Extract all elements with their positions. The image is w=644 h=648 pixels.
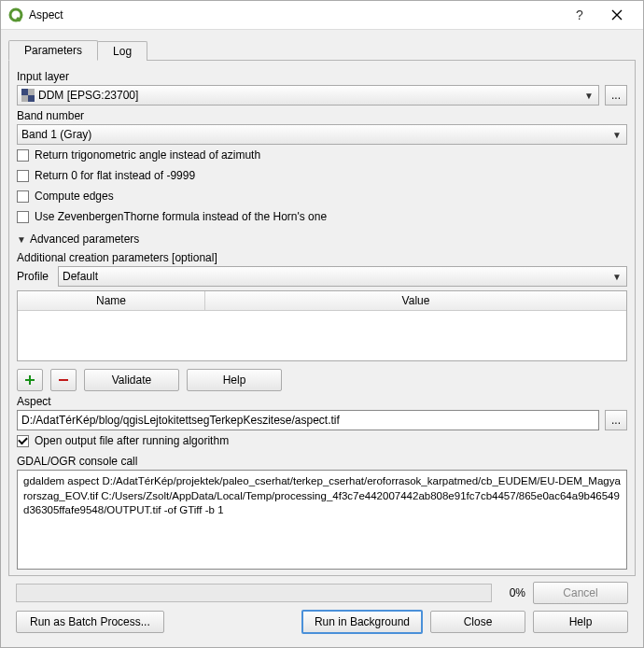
additional-params-label: Additional creation parameters [optional… [17, 251, 627, 264]
zero-label: Return 0 for flat instead of -9999 [35, 169, 195, 182]
chevron-down-icon: ▼ [611, 130, 623, 140]
open-output-label: Open output file after running algorithm [35, 434, 229, 447]
run-background-button[interactable]: Run in Background [301, 610, 423, 634]
input-layer-label: Input layer [17, 70, 627, 83]
advanced-disclosure[interactable]: ▼ Advanced parameters [17, 232, 627, 246]
chevron-down-icon: ▼ [611, 272, 623, 282]
cancel-button: Cancel [533, 582, 628, 604]
chevron-down-icon: ▼ [583, 91, 595, 101]
add-row-button[interactable] [17, 369, 43, 391]
progress-bar [16, 584, 492, 602]
console-output: gdaldem aspect D:/AdatTérKép/projektek/p… [17, 470, 627, 570]
run-batch-button[interactable]: Run as Batch Process... [16, 611, 164, 633]
tab-log[interactable]: Log [97, 41, 147, 61]
svg-rect-3 [21, 89, 28, 95]
advanced-label: Advanced parameters [30, 232, 139, 246]
titlebar: Aspect ? [1, 1, 643, 30]
validate-button[interactable]: Validate [84, 369, 179, 391]
close-button[interactable]: Close [430, 611, 525, 633]
close-titlebar-button[interactable] [598, 2, 636, 28]
parameters-panel: Input layer DDM [EPSG:23700] ▼ ... Band … [8, 60, 636, 576]
raster-layer-icon [21, 89, 35, 102]
table-header-name: Name [18, 291, 205, 310]
edges-label: Compute edges [35, 190, 114, 203]
app-icon [8, 7, 23, 22]
svg-rect-4 [28, 95, 35, 102]
progress-percent: 0% [499, 586, 525, 599]
help-params-button[interactable]: Help [187, 369, 282, 391]
trig-label: Return trigonometric angle instead of az… [35, 148, 260, 162]
aspect-output-field[interactable] [17, 410, 599, 430]
aspect-output-label: Aspect [17, 395, 627, 408]
profile-value: Default [63, 270, 611, 283]
zero-checkbox[interactable]: Return 0 for flat instead of -9999 [17, 169, 627, 182]
band-number-value: Band 1 (Gray) [21, 128, 611, 141]
input-layer-value: DDM [EPSG:23700] [38, 89, 583, 102]
open-output-checkbox[interactable]: Open output file after running algorithm [17, 434, 627, 447]
params-table[interactable]: Name Value [17, 290, 627, 361]
zeven-checkbox[interactable]: Use ZevenbergenThorne formula instead of… [17, 210, 627, 223]
tab-bar: Parameters Log [8, 37, 636, 60]
console-label: GDAL/OGR console call [17, 455, 627, 468]
aspect-browse-button[interactable]: ... [605, 410, 627, 430]
edges-checkbox[interactable]: Compute edges [17, 190, 627, 203]
triangle-down-icon: ▼ [17, 234, 26, 245]
table-header-value: Value [205, 291, 626, 310]
trig-checkbox[interactable]: Return trigonometric angle instead of az… [17, 148, 627, 162]
remove-row-button[interactable] [50, 369, 77, 391]
window-title: Aspect [29, 8, 561, 21]
help-button[interactable]: Help [533, 611, 628, 633]
input-layer-browse-button[interactable]: ... [605, 85, 627, 106]
help-titlebar-button[interactable]: ? [561, 2, 598, 28]
tab-parameters[interactable]: Parameters [8, 40, 98, 61]
zeven-label: Use ZevenbergenThorne formula instead of… [35, 210, 327, 223]
profile-label: Profile [17, 270, 49, 283]
input-layer-combo[interactable]: DDM [EPSG:23700] ▼ [17, 85, 599, 106]
band-number-label: Band number [17, 109, 627, 122]
band-number-combo[interactable]: Band 1 (Gray) ▼ [17, 124, 627, 145]
profile-combo[interactable]: Default ▼ [58, 266, 627, 287]
